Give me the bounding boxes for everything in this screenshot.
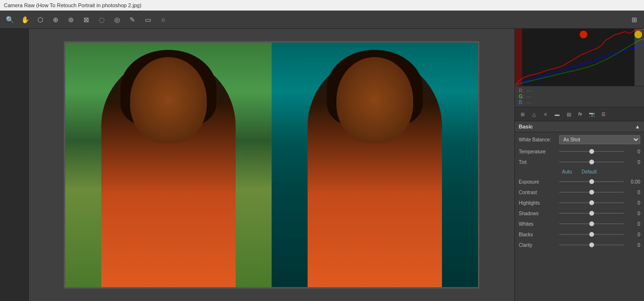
temperature-thumb[interactable] xyxy=(589,149,594,154)
whites-row: Whites 0 xyxy=(519,220,640,227)
left-panel xyxy=(0,29,29,301)
radial-filter-tool[interactable]: ○ xyxy=(157,14,169,25)
whites-track xyxy=(559,223,624,224)
targeted-adj-tool[interactable]: ⊛ xyxy=(65,14,77,25)
basic-section-title: Basic xyxy=(519,124,533,129)
whites-thumb[interactable] xyxy=(589,221,594,226)
clarity-thumb[interactable] xyxy=(589,243,594,247)
contrast-row: Contrast 0 xyxy=(519,189,640,196)
default-button[interactable]: Default xyxy=(582,169,597,174)
wb-label: White Balance: xyxy=(519,137,557,142)
histogram-svg xyxy=(515,29,644,86)
contrast-slider[interactable] xyxy=(559,189,624,196)
blacks-track xyxy=(559,234,624,235)
shadows-slider[interactable] xyxy=(559,210,624,217)
highlights-row: Highlights 0 xyxy=(519,199,640,206)
tint-row: Tint 0 xyxy=(519,159,640,165)
temperature-value: 0 xyxy=(626,149,640,154)
graduated-filter-tool[interactable]: ▭ xyxy=(142,14,154,25)
after-image xyxy=(272,43,478,287)
r-value: --- xyxy=(526,88,531,93)
basic-section-header[interactable]: Basic ▲ xyxy=(515,121,644,132)
title-bar: Camera Raw (How To Retouch Portrait in p… xyxy=(0,0,644,11)
tint-slider[interactable] xyxy=(559,159,624,165)
whites-value: 0 xyxy=(626,221,640,227)
auto-button[interactable]: Auto xyxy=(562,169,572,174)
tab-fx-icon[interactable]: fx xyxy=(575,109,585,119)
exposure-row: Exposure 0.00 xyxy=(519,178,640,185)
temperature-row: Temperature 0 xyxy=(519,148,640,155)
content-area: R: --- G: --- B: --- ⊞ △ ≡ ▬ ▤ fx xyxy=(0,29,644,301)
right-panel: R: --- G: --- B: --- ⊞ △ ≡ ▬ ▤ fx xyxy=(514,29,644,301)
overexposure-indicator[interactable] xyxy=(580,31,587,38)
color-sampler-tool[interactable]: ⊕ xyxy=(50,14,61,25)
after-head xyxy=(336,57,413,143)
highlights-thumb[interactable] xyxy=(589,200,594,205)
b-value: --- xyxy=(526,100,531,105)
clarity-slider[interactable] xyxy=(559,242,624,248)
blue-row: B: --- xyxy=(519,100,640,105)
white-balance-row: White Balance: As Shot Auto Daylight Clo… xyxy=(519,135,640,144)
clarity-track xyxy=(559,244,624,245)
exposure-track xyxy=(559,181,624,182)
tint-label: Tint xyxy=(519,160,557,165)
temperature-track xyxy=(559,151,624,152)
green-row: G: --- xyxy=(519,94,640,99)
zoom-tool[interactable]: 🔍 xyxy=(4,14,15,25)
tab-basic-icon[interactable]: ⊞ xyxy=(518,109,527,119)
image-wrapper xyxy=(64,41,479,289)
temperature-label: Temperature xyxy=(519,149,557,154)
shadows-track xyxy=(559,213,624,214)
contrast-track xyxy=(559,192,624,193)
shadows-label: Shadows xyxy=(519,211,557,216)
red-row: R: --- xyxy=(519,88,640,93)
auto-default-row: Auto Default xyxy=(519,169,640,174)
svg-rect-0 xyxy=(515,29,644,86)
highlights-label: Highlights xyxy=(519,200,557,206)
red-eye-tool[interactable]: ◎ xyxy=(111,14,123,25)
histogram xyxy=(515,29,644,86)
tab-hsl-icon[interactable]: ≡ xyxy=(541,109,550,119)
blacks-thumb[interactable] xyxy=(589,232,594,237)
panel-tabs: ⊞ △ ≡ ▬ ▤ fx 📷 ☰ xyxy=(515,107,644,121)
exposure-label: Exposure xyxy=(519,179,557,185)
title-text: Camera Raw (How To Retouch Portrait in p… xyxy=(4,2,142,8)
hand-tool[interactable]: ✋ xyxy=(19,14,31,25)
adjustment-brush-tool[interactable]: ✎ xyxy=(127,14,138,25)
contrast-thumb[interactable] xyxy=(589,190,594,195)
whites-slider[interactable] xyxy=(559,220,624,227)
svg-rect-2 xyxy=(515,29,522,86)
shadows-thumb[interactable] xyxy=(589,211,594,216)
blacks-label: Blacks xyxy=(519,232,557,237)
r-label: R: xyxy=(519,88,525,93)
basic-section-content: White Balance: As Shot Auto Daylight Clo… xyxy=(515,132,644,255)
exposure-thumb[interactable] xyxy=(589,179,594,184)
highlights-slider[interactable] xyxy=(559,199,624,206)
toolbar: 🔍 ✋ ⬡ ⊕ ⊛ ⊠ ◌ ◎ ✎ ▭ ○ ⊞ xyxy=(0,11,644,29)
before-head xyxy=(130,57,207,143)
clarity-label: Clarity xyxy=(519,243,557,248)
blacks-slider[interactable] xyxy=(559,231,624,238)
spot-removal-tool[interactable]: ◌ xyxy=(96,14,107,25)
b-label: B: xyxy=(519,100,525,105)
tab-tone-curve-icon[interactable]: △ xyxy=(529,109,539,119)
exposure-slider[interactable] xyxy=(559,178,624,185)
crop-tool[interactable]: ⊠ xyxy=(81,14,92,25)
whites-label: Whites xyxy=(519,221,557,227)
canvas-area xyxy=(29,29,514,301)
tab-presets-icon[interactable]: ☰ xyxy=(598,109,608,119)
tint-thumb[interactable] xyxy=(589,160,594,164)
tab-camera-cal-icon[interactable]: 📷 xyxy=(587,109,596,119)
tab-color-grading-icon[interactable]: ▬ xyxy=(552,109,562,119)
section-collapse-icon: ▲ xyxy=(635,124,640,129)
highlights-track xyxy=(559,202,624,203)
tint-value: 0 xyxy=(626,160,640,165)
white-balance-select[interactable]: As Shot Auto Daylight Cloudy Shade Tungs… xyxy=(559,135,640,144)
temperature-slider[interactable] xyxy=(559,148,624,155)
fullscreen-toggle[interactable]: ⊞ xyxy=(629,14,640,25)
highlight-indicator[interactable] xyxy=(634,31,642,38)
toolbar-right: ⊞ xyxy=(629,14,640,25)
white-balance-tool[interactable]: ⬡ xyxy=(35,14,46,25)
contrast-label: Contrast xyxy=(519,190,557,195)
tab-detail-icon[interactable]: ▤ xyxy=(564,109,573,119)
